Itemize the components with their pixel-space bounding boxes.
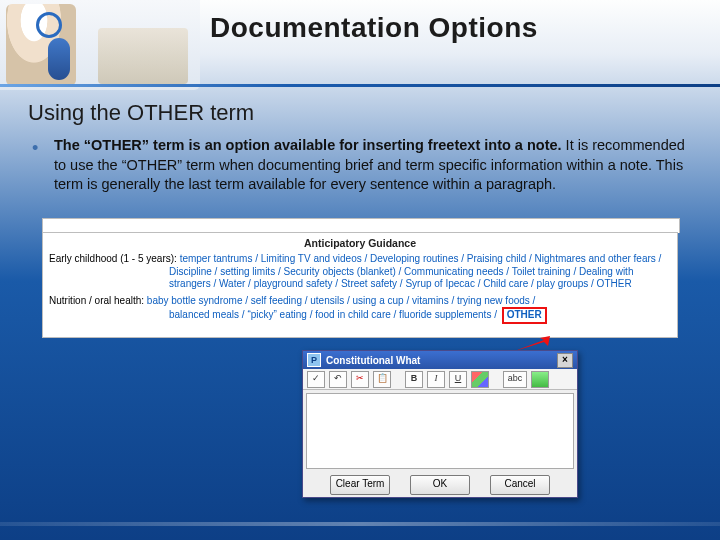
bullet-bold: The “OTHER” term is an option available …: [54, 137, 562, 153]
ok-button[interactable]: OK: [410, 475, 470, 495]
app-icon: P: [307, 353, 321, 367]
cut-icon[interactable]: ✂: [351, 371, 369, 388]
other-term-highlight[interactable]: OTHER: [502, 307, 547, 324]
check-icon[interactable]: ✓: [307, 371, 325, 388]
page-title: Documentation Options: [210, 12, 538, 44]
bold-button[interactable]: B: [405, 371, 423, 388]
patient-photo: [98, 28, 188, 84]
sample-row-1: Early childhood (1 - 5 years): temper ta…: [49, 253, 671, 291]
dialog-buttons: Clear Term OK Cancel: [303, 472, 577, 500]
sample-panel-header: Anticipatory Guidance: [49, 237, 671, 250]
undo-icon[interactable]: ↶: [329, 371, 347, 388]
title-underline: [0, 84, 720, 87]
stethoscope-icon: [36, 12, 62, 38]
cancel-button[interactable]: Cancel: [490, 475, 550, 495]
sample-panel-top: [42, 218, 680, 233]
sample-row1-label: Early childhood (1 - 5 years):: [49, 253, 177, 264]
sample-row2-opts-b: balanced meals / “picky” eating / food i…: [169, 309, 497, 320]
dialog-title: Constitutional What: [326, 355, 420, 366]
slide: Documentation Options Using the OTHER te…: [0, 0, 720, 540]
color-button[interactable]: [471, 371, 489, 388]
sample-panel: Anticipatory Guidance Early childhood (1…: [42, 232, 678, 338]
spellcheck-button[interactable]: abc: [503, 371, 527, 388]
paste-icon[interactable]: 📋: [373, 371, 391, 388]
editor-area[interactable]: [306, 393, 574, 469]
sample-row2-opts-a: baby bottle syndrome / self feeding / ut…: [147, 295, 536, 306]
record-button[interactable]: [531, 371, 549, 388]
dialog-titlebar: P Constitutional What ×: [303, 351, 577, 369]
sample-row1-opts-b: Discipline / setting limits / Security o…: [49, 266, 671, 291]
close-button[interactable]: ×: [557, 353, 573, 368]
clear-term-button[interactable]: Clear Term: [330, 475, 390, 495]
footer-rule: [0, 522, 720, 526]
freetext-dialog: P Constitutional What × ✓ ↶ ✂ 📋 B I U ab…: [302, 350, 578, 498]
subheading: Using the OTHER term: [28, 100, 692, 126]
italic-button[interactable]: I: [427, 371, 445, 388]
hero-image: [0, 0, 200, 90]
sample-row1-opts-a: temper tantrums / Limiting TV and videos…: [180, 253, 662, 264]
bullet-list: The “OTHER” term is an option available …: [28, 136, 692, 195]
sample-row2-label: Nutrition / oral health:: [49, 295, 144, 306]
bullet-item: The “OTHER” term is an option available …: [28, 136, 692, 195]
content-area: Using the OTHER term The “OTHER” term is…: [28, 100, 692, 195]
sample-row-2: Nutrition / oral health: baby bottle syn…: [49, 295, 671, 324]
underline-button[interactable]: U: [449, 371, 467, 388]
dialog-toolbar: ✓ ↶ ✂ 📋 B I U abc: [303, 369, 577, 390]
